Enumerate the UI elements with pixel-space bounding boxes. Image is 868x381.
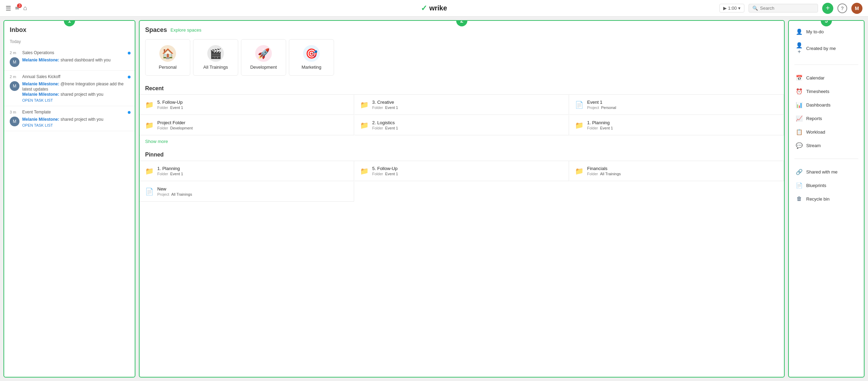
unread-dot	[128, 111, 131, 114]
wrike-wordmark: wrike	[429, 4, 447, 12]
search-input[interactable]	[760, 6, 812, 11]
recent-item[interactable]: 📁 1. Planning Folder Event 1	[569, 115, 784, 135]
item-meta: Folder Event 1	[157, 105, 348, 110]
open-task-list-link[interactable]: OPEN TASK LIST	[22, 123, 129, 127]
calendar-icon: 📅	[796, 75, 803, 81]
item-meta: Folder Event 1	[372, 105, 563, 110]
item-parent: Personal	[601, 105, 616, 110]
item-name: 2. Logistics	[372, 120, 563, 125]
topnav: ☰ ✉ 3 ⌂ ✓ wrike ▶ 1:00 ▾ 🔍 + ? M	[0, 0, 868, 17]
recent-section-title: Recent	[140, 81, 784, 94]
my-todo-item[interactable]: 👤 My to-do	[789, 25, 864, 39]
item-info: New Project All Trainings	[157, 186, 348, 196]
stream-icon: 💬	[796, 142, 803, 149]
my-todo-icon: 👤	[796, 28, 803, 35]
item-type: Folder	[157, 172, 168, 176]
item-name: 5. Follow-Up	[157, 100, 348, 105]
avatar: M	[10, 81, 19, 91]
calendar-item[interactable]: 📅 Calendar	[789, 71, 864, 85]
topnav-right: ▶ 1:00 ▾ 🔍 + ? M	[719, 3, 862, 14]
calendar-label: Calendar	[806, 75, 825, 81]
blueprints-item[interactable]: 📄 Blueprints	[789, 179, 864, 192]
item-type: Folder	[372, 105, 383, 110]
home-icon[interactable]: ⌂	[23, 5, 27, 12]
recycle-bin-item[interactable]: 🗑 Recycle bin	[789, 192, 864, 205]
show-more-link[interactable]: Show more	[140, 135, 784, 147]
inbox-time: 2 m	[10, 51, 19, 55]
recent-item[interactable]: 📁 3. Creative Folder Event 1	[354, 95, 569, 115]
timer-button[interactable]: ▶ 1:00 ▾	[719, 4, 744, 12]
shared-with-me-item[interactable]: 🔗 Shared with me	[789, 165, 864, 179]
pinned-item[interactable]: 📄 New Project All Trainings	[140, 181, 354, 202]
dashboards-label: Dashboards	[806, 102, 831, 108]
folder-icon: 📁	[145, 167, 154, 175]
tools-bot-section: 🔗 Shared with me 📄 Blueprints 🗑 Recycle …	[789, 161, 864, 210]
recent-item[interactable]: 📄 Event 1 Project Personal	[569, 95, 784, 115]
recent-item[interactable]: 📁 Project Folder Folder Development	[140, 115, 354, 135]
item-meta: Folder All Trainings	[587, 172, 778, 176]
search-box[interactable]: 🔍	[749, 4, 818, 12]
explore-spaces-link[interactable]: Explore spaces	[170, 27, 201, 33]
stream-item[interactable]: 💬 Stream	[789, 139, 864, 152]
item-name: Project Folder	[157, 120, 348, 125]
menu-icon[interactable]: ☰	[6, 5, 11, 12]
pinned-item[interactable]: 📁 1. Planning Folder Event 1	[140, 161, 354, 181]
item-info: 5. Follow-Up Folder Event 1	[372, 166, 563, 176]
item-parent: Development	[170, 126, 193, 130]
item-type: Project	[587, 105, 599, 110]
recent-item[interactable]: 📁 5. Follow-Up Folder Event 1	[140, 95, 354, 115]
inbox-time: 3 m	[10, 110, 19, 114]
item-type: Folder	[587, 172, 598, 176]
avatar: M	[10, 117, 19, 126]
space-icon: 🏠	[159, 45, 176, 62]
help-button[interactable]: ?	[837, 3, 847, 13]
item-name: 1. Planning	[587, 120, 778, 125]
space-card-development[interactable]: 🚀 Development	[241, 39, 286, 76]
item-parent: Event 1	[385, 126, 398, 130]
item-info: Financials Folder All Trainings	[587, 166, 778, 176]
pinned-item[interactable]: 📁 5. Follow-Up Folder Event 1	[354, 161, 569, 181]
timesheets-label: Timesheets	[806, 89, 829, 94]
add-button[interactable]: +	[822, 3, 833, 14]
blueprints-label: Blueprints	[806, 183, 826, 188]
inbox-item-header: 2 m Annual Sales Kickoff	[10, 74, 129, 79]
workload-item[interactable]: 📋 Workload	[789, 125, 864, 139]
space-card-marketing[interactable]: 🎯 Marketing	[289, 39, 334, 76]
recycle-bin-label: Recycle bin	[806, 196, 829, 202]
mail-badge-container[interactable]: ✉ 3	[15, 6, 19, 11]
created-by-me-label: Created by me	[806, 46, 836, 51]
inbox-subject: Annual Sales Kickoff	[22, 74, 60, 79]
recent-item[interactable]: 📁 2. Logistics Folder Event 1	[354, 115, 569, 135]
item-info: 3. Creative Folder Event 1	[372, 100, 563, 110]
space-card-personal[interactable]: 🏠 Personal	[145, 39, 190, 76]
pinned-item[interactable]: 📁 Financials Folder All Trainings	[569, 161, 784, 181]
item-parent: Event 1	[385, 105, 398, 110]
item-name: Financials	[587, 166, 778, 171]
dashboards-item[interactable]: 📊 Dashboards	[789, 98, 864, 112]
item-name: 1. Planning	[157, 166, 348, 171]
item-parent: Event 1	[600, 126, 613, 130]
item-info: 2. Logistics Folder Event 1	[372, 120, 563, 130]
inbox-text: Melanie Milestone: shared dashboard with…	[22, 57, 129, 62]
shared-with-me-icon: 🔗	[796, 169, 803, 175]
space-card-trainings[interactable]: 🎬 All Trainings	[193, 39, 238, 76]
item-name: 3. Creative	[372, 100, 563, 105]
inbox-time: 2 m	[10, 75, 19, 79]
created-by-me-item[interactable]: 👤+ Created by me	[789, 39, 864, 58]
open-task-list-link[interactable]: OPEN TASK LIST	[22, 98, 129, 102]
inbox-item: 3 m Event Template M Melanie Milestone: …	[4, 106, 135, 131]
timesheets-item[interactable]: ⏰ Timesheets	[789, 85, 864, 98]
avatar[interactable]: M	[851, 3, 862, 14]
main-layout: 1 Inbox Today 2 m Sales Operations M Mel…	[0, 17, 868, 381]
inbox-subject: Sales Operations	[22, 50, 54, 55]
item-name: 5. Follow-Up	[372, 166, 563, 171]
mail-count-badge: 3	[17, 3, 22, 8]
timer-value: 1:00	[728, 6, 737, 11]
inbox-sender-2: Melanie Milestone:	[22, 92, 59, 97]
folder-icon: 📁	[145, 101, 154, 109]
inbox-content: M Melanie Milestone: shared project with…	[10, 117, 129, 127]
space-icon: 🎯	[303, 45, 320, 62]
inbox-sender: Melanie Milestone:	[22, 58, 59, 62]
item-name: Event 1	[587, 100, 778, 105]
reports-item[interactable]: 📈 Reports	[789, 112, 864, 125]
